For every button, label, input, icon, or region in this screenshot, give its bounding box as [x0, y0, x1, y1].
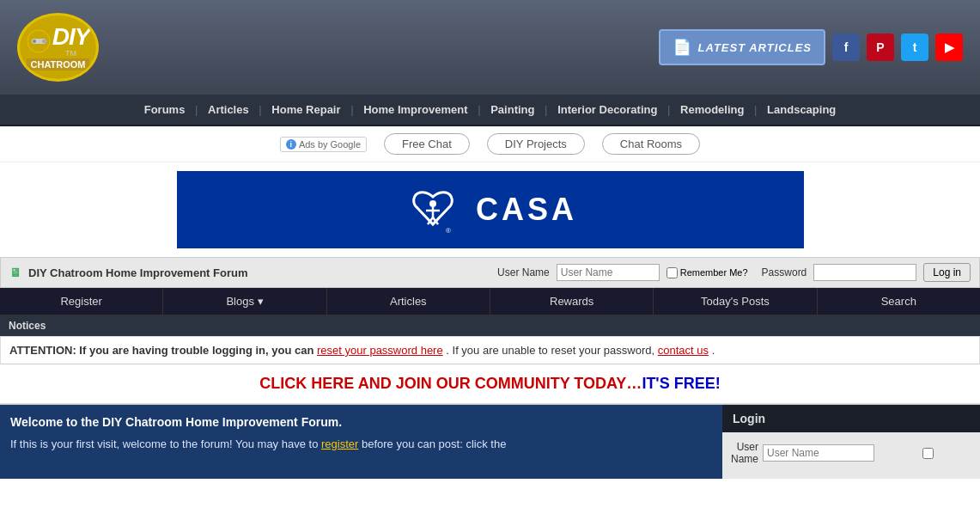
ads-by-google: i Ads by Google: [280, 137, 367, 152]
forum-title-area: 🖥 DIY Chatroom Home Improvement Forum: [9, 266, 247, 279]
nav-landscaping[interactable]: Landscaping: [762, 103, 841, 116]
login-box-remember-me: Remember Me?: [879, 443, 980, 463]
banner-area: ® CASA: [0, 162, 980, 257]
ad-bar: i Ads by Google Free Chat DIY Projects C…: [0, 126, 980, 162]
pinterest-button[interactable]: P: [867, 34, 894, 61]
twitter-button[interactable]: t: [901, 34, 928, 61]
chat-rooms-link[interactable]: Chat Rooms: [602, 133, 700, 155]
cta-link[interactable]: CLICK HERE AND JOIN OUR COMMUNITY TODAY……: [259, 375, 720, 392]
password-input[interactable]: [813, 264, 916, 281]
login-username-row: User Name Remember Me?: [731, 441, 971, 465]
facebook-button[interactable]: f: [832, 34, 860, 61]
toolbar-rewards[interactable]: Rewards: [490, 288, 654, 315]
articles-icon: 📄: [673, 38, 691, 57]
toolbar-register[interactable]: Register: [0, 288, 163, 315]
cta-bar: CLICK HERE AND JOIN OUR COMMUNITY TODAY……: [0, 364, 980, 404]
latest-articles-label: LATEST ARTICLES: [698, 41, 812, 54]
notices-bar: Notices: [0, 315, 980, 336]
login-button[interactable]: Log in: [923, 263, 971, 282]
nav-sep-6: |: [667, 103, 670, 116]
reset-password-link[interactable]: reset your password here: [317, 344, 443, 357]
welcome-title: Welcome to the DIY Chatroom Home Improve…: [10, 415, 712, 429]
toolbar-todays-posts[interactable]: Today's Posts: [654, 288, 817, 315]
svg-rect-2: [42, 40, 47, 43]
nav-sep-2: |: [259, 103, 261, 116]
diy-projects-link[interactable]: DIY Projects: [487, 133, 585, 155]
toolbar-articles[interactable]: Articles: [327, 288, 490, 315]
logo-tm: TM: [52, 49, 90, 58]
casa-logo-icon: ®: [403, 180, 463, 240]
nav-sep-4: |: [478, 103, 480, 116]
username-input[interactable]: [557, 264, 660, 281]
casa-banner: ® CASA: [177, 171, 804, 248]
notice-end: .: [712, 344, 715, 357]
notices-label: Notices: [9, 320, 46, 332]
nav-bar: Forums | Articles | Home Repair | Home I…: [0, 95, 980, 126]
nav-articles[interactable]: Articles: [203, 103, 254, 116]
forum-title: DIY Chatroom Home Improvement Forum: [28, 266, 247, 279]
nav-remodeling[interactable]: Remodeling: [675, 103, 749, 116]
toolbar-search[interactable]: Search: [818, 288, 980, 315]
login-box-content: User Name Remember Me?: [722, 432, 980, 479]
notice-middle: . If you are unable to reset your passwo…: [446, 344, 657, 357]
username-label: User Name: [497, 266, 550, 278]
svg-point-4: [429, 200, 436, 207]
svg-point-3: [33, 40, 36, 43]
welcome-text-1: If this is your first visit, welcome to …: [10, 437, 318, 450]
cta-free-text: IT'S FREE!: [642, 375, 720, 392]
nav-forums[interactable]: Forums: [139, 103, 191, 116]
forum-header-bar: 🖥 DIY Chatroom Home Improvement Forum Us…: [0, 257, 980, 288]
site-header: DIY TM CHATROOM 📄 LATEST ARTICLES f P t …: [0, 0, 980, 95]
logo-area: DIY TM CHATROOM: [17, 13, 99, 82]
remember-me-area: Remember Me?: [667, 267, 748, 278]
login-area: User Name Remember Me? Password Log in: [497, 263, 971, 282]
nav-home-repair[interactable]: Home Repair: [266, 103, 345, 116]
logo-chatroom-text: CHATROOM: [27, 58, 90, 70]
logo: DIY TM CHATROOM: [17, 13, 99, 82]
toolbar-blogs[interactable]: Blogs ▾: [163, 288, 326, 315]
nav-sep-3: |: [350, 103, 353, 116]
nav-sep-5: |: [545, 103, 547, 116]
nav-interior-decorating[interactable]: Interior Decorating: [552, 103, 662, 116]
welcome-box: Welcome to the DIY Chatroom Home Improve…: [0, 405, 722, 479]
nav-home-improvement[interactable]: Home Improvement: [358, 103, 472, 116]
header-right: 📄 LATEST ARTICLES f P t ▶: [659, 29, 963, 65]
notice-text: ATTENTION: If you are having trouble log…: [0, 336, 980, 364]
toolbar: Register Blogs ▾ Articles Rewards Today'…: [0, 288, 980, 315]
login-box-remember-checkbox[interactable]: [879, 448, 977, 459]
contact-us-link[interactable]: contact us: [658, 344, 709, 357]
youtube-button[interactable]: ▶: [935, 34, 963, 61]
notice-attention: ATTENTION: If you are having trouble log…: [9, 344, 317, 357]
bottom-section: Welcome to the DIY Chatroom Home Improve…: [0, 404, 980, 479]
login-box-username-input[interactable]: [763, 444, 874, 462]
nav-painting[interactable]: Painting: [485, 103, 539, 116]
welcome-text: If this is your first visit, welcome to …: [10, 436, 712, 453]
casa-text: CASA: [476, 192, 577, 228]
forum-icon: 🖥: [9, 266, 21, 279]
welcome-text-2: before you can post: click the: [362, 437, 506, 450]
ads-label: Ads by Google: [299, 139, 361, 150]
remember-me-checkbox[interactable]: [667, 267, 678, 278]
logo-diy-text: DIY: [52, 25, 90, 49]
login-box-username-label: User Name: [731, 441, 758, 465]
register-link[interactable]: register: [321, 437, 358, 450]
free-chat-link[interactable]: Free Chat: [384, 133, 470, 155]
nav-sep-7: |: [754, 103, 757, 116]
latest-articles-button[interactable]: 📄 LATEST ARTICLES: [659, 29, 825, 65]
login-box: Login User Name Remember Me?: [722, 405, 980, 479]
ads-info-icon: i: [286, 139, 296, 150]
svg-text:®: ®: [446, 227, 451, 235]
nav-sep-1: |: [195, 103, 198, 116]
remember-me-label: Remember Me?: [680, 267, 748, 278]
drill-icon: [27, 29, 51, 53]
password-label: Password: [762, 266, 807, 278]
login-box-title: Login: [722, 405, 980, 432]
